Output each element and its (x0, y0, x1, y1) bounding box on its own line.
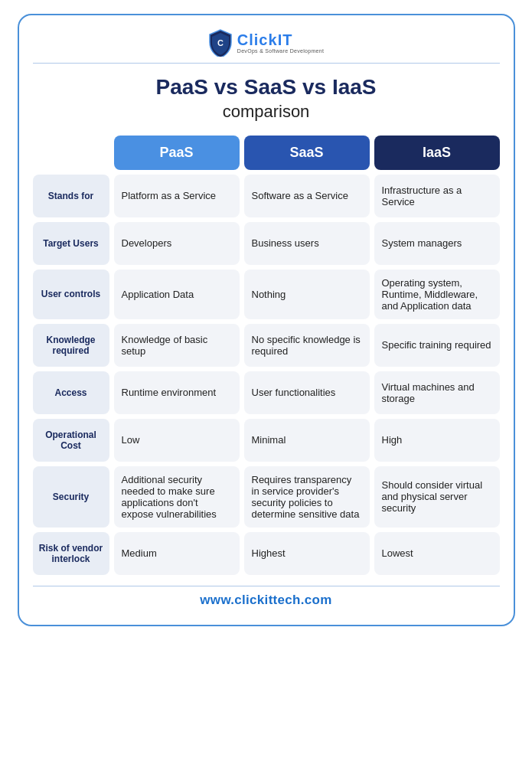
row-paas-target-users: Developers (114, 222, 240, 265)
logo-text: ClickIT DevOps & Software Development (237, 31, 324, 54)
row-paas-security: Additional security needed to make sure … (114, 466, 240, 528)
top-divider (33, 63, 500, 64)
header-iaas: IaaS (374, 136, 500, 170)
table-row: Operational Cost Low Minimal High (33, 419, 500, 462)
row-paas-access: Runtime environment (114, 371, 240, 414)
row-label-operational-cost: Operational Cost (33, 419, 109, 462)
row-saas-access: User functionalities (244, 371, 370, 414)
table-row: Security Additional security needed to m… (33, 466, 500, 528)
logo-box: C ClickIT DevOps & Software Development (208, 29, 324, 57)
row-iaas-operational-cost: High (374, 419, 500, 462)
row-paas-knowledge: Knowledge of basic setup (114, 324, 240, 367)
header-empty-cell (33, 136, 109, 170)
logo-shield-icon: C (208, 29, 233, 57)
table-row: Target Users Developers Business users S… (33, 222, 500, 265)
row-paas-stands-for: Platform as a Service (114, 175, 240, 217)
table-row: User controls Application Data Nothing O… (33, 270, 500, 319)
row-iaas-vendor-interlock: Lowest (374, 532, 500, 575)
svg-text:C: C (217, 38, 224, 47)
row-paas-user-controls: Application Data (114, 270, 240, 319)
row-saas-vendor-interlock: Highest (244, 532, 370, 575)
table-row: Risk of vendor interlock Medium Highest … (33, 532, 500, 575)
title-line1: PaaS vs SaaS vs IaaS (156, 75, 377, 99)
row-label-target-users: Target Users (33, 222, 109, 265)
row-label-access: Access (33, 371, 109, 414)
logo-click: Click (237, 31, 278, 48)
main-title: PaaS vs SaaS vs IaaS (33, 74, 500, 100)
footer-url: www.clickittech.com (33, 593, 500, 611)
row-label-user-controls: User controls (33, 270, 109, 319)
logo-name: ClickIT (237, 31, 324, 48)
row-saas-operational-cost: Minimal (244, 419, 370, 462)
row-saas-stands-for: Software as a Service (244, 175, 370, 217)
row-iaas-target-users: System managers (374, 222, 500, 265)
row-saas-knowledge: No specific knowledge is required (244, 324, 370, 367)
row-saas-target-users: Business users (244, 222, 370, 265)
row-label-security: Security (33, 466, 109, 528)
row-paas-vendor-interlock: Medium (114, 532, 240, 575)
logo-area: C ClickIT DevOps & Software Development (33, 29, 500, 57)
row-label-vendor-interlock: Risk of vendor interlock (33, 532, 109, 575)
row-iaas-access: Virtual machines and storage (374, 371, 500, 414)
row-saas-user-controls: Nothing (244, 270, 370, 319)
main-card: C ClickIT DevOps & Software Development … (18, 14, 515, 626)
table-row: Access Runtime environment User function… (33, 371, 500, 414)
row-iaas-stands-for: Infrastructure as a Service (374, 175, 500, 217)
header-saas: SaaS (244, 136, 370, 170)
row-iaas-knowledge: Specific training required (374, 324, 500, 367)
table-row: Knowledge required Knowledge of basic se… (33, 324, 500, 367)
logo-subtitle: DevOps & Software Development (237, 48, 324, 54)
row-saas-security: Requires transparency in service provide… (244, 466, 370, 528)
row-paas-operational-cost: Low (114, 419, 240, 462)
logo-it: IT (278, 31, 293, 48)
header-paas: PaaS (114, 136, 240, 170)
table-header-row: PaaS SaaS IaaS (33, 136, 500, 170)
footer-divider (33, 586, 500, 586)
row-iaas-security: Should consider virtual and physical ser… (374, 466, 500, 528)
main-subtitle: comparison (33, 102, 500, 122)
row-label-stands-for: Stands for (33, 175, 109, 217)
table-row: Stands for Platform as a Service Softwar… (33, 175, 500, 217)
comparison-table: PaaS SaaS IaaS Stands for Platform as a … (33, 136, 500, 575)
row-iaas-user-controls: Operating system, Runtime, Middleware, a… (374, 270, 500, 319)
row-label-knowledge: Knowledge required (33, 324, 109, 367)
